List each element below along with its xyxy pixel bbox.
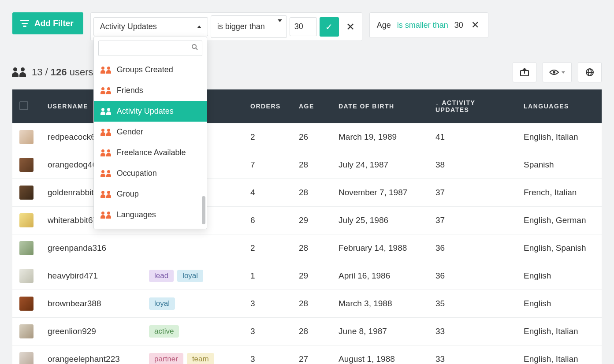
cell-age: 27 [292,345,331,364]
cell-dob: November 7, 1987 [331,179,428,207]
filter-icon [20,19,29,27]
filter-operator-dropdown[interactable]: is bigger than [211,15,287,38]
header-age[interactable]: AGE [292,89,331,123]
people-icon [101,87,111,94]
close-icon: ✕ [346,21,355,33]
tag-pill: lead [149,270,174,282]
header-checkbox[interactable] [12,89,41,123]
filter-field-dropdown[interactable]: Activity Updates [93,17,208,36]
cell-languages: English [517,290,602,318]
cell-dob: April 16, 1986 [331,262,428,290]
globe-icon [585,68,594,77]
cell-languages: English, Spanish [517,234,602,262]
cell-tags: leadloyal [142,262,243,290]
cell-orders: 1 [243,262,292,290]
cell-tags: loyal [142,290,243,318]
cell-age: 29 [292,262,331,290]
chevron-down-icon [278,19,282,31]
cell-tags [142,234,243,262]
cell-activity: 33 [428,318,517,345]
dropdown-item[interactable]: Occupation [94,163,207,184]
filter-value-input[interactable] [290,17,317,36]
count-filtered: 13 [32,67,42,78]
dropdown-item[interactable]: Gender [94,122,207,142]
tag-pill: partner [149,353,183,364]
people-icon [101,129,111,136]
cell-username: greenpanda316 [41,234,142,262]
header-activity[interactable]: ↓ACTIVITY UPDATES [428,89,517,123]
cell-dob: August 1, 1988 [331,345,428,364]
export-button[interactable] [513,62,536,82]
avatar [19,324,33,338]
cell-age: 28 [292,234,331,262]
tag-pill: active [149,325,179,338]
people-icon [101,170,111,177]
cell-activity: 41 [428,123,517,151]
svg-point-3 [553,71,555,74]
filter-field-value: Activity Updates [100,22,157,31]
dropdown-item[interactable]: Freelance Available [94,142,207,163]
table-row[interactable]: heavybird471leadloyal129April 16, 198636… [12,262,602,290]
avatar [19,130,33,144]
table-row[interactable]: brownbear388loyal328March 3, 198835Engli… [12,290,602,318]
table-row[interactable]: orangeelephant223partnerteam327August 1,… [12,345,602,364]
cell-username: orangeelephant223 [41,345,142,364]
cell-languages: English, Italian [517,123,602,151]
search-icon [191,44,198,53]
filter-cancel-button[interactable]: ✕ [342,17,359,37]
dropdown-item[interactable]: Languages [94,204,207,225]
cell-activity: 36 [428,262,517,290]
cell-age: 28 [292,179,331,207]
chip-operator: is smaller than [397,21,448,30]
table-row[interactable]: greenpanda316228February 14, 198836Engli… [12,234,602,262]
tag-pill: team [187,353,214,364]
avatar [19,241,33,255]
dropdown-scrollbar[interactable] [202,196,205,224]
dropdown-search-input[interactable] [103,45,191,52]
dropdown-item[interactable]: Activity Updates [94,101,207,122]
cell-age: 28 [292,318,331,345]
cell-activity: 35 [428,290,517,318]
avatar [19,186,33,200]
people-icon [101,67,111,74]
dropdown-item[interactable]: Group [94,184,207,204]
people-icon [101,191,111,198]
header-languages[interactable]: LANGUAGES [517,89,602,123]
cell-dob: June 8, 1987 [331,318,428,345]
cell-username: heavybird471 [41,262,142,290]
table-row[interactable]: greenlion929active328June 8, 198733Engli… [12,318,602,345]
svg-line-1 [196,48,197,50]
dropdown-item-label: Friends [117,86,143,95]
cell-languages: English, German [517,207,602,234]
cell-tags: active [142,318,243,345]
applied-filter-chip[interactable]: Age is smaller than 30 ✕ [369,12,488,38]
cell-activity: 36 [428,234,517,262]
add-filter-button[interactable]: Add Filter [12,12,83,34]
header-dob[interactable]: DATE OF BIRTH [331,89,428,123]
people-icon [101,108,111,115]
dropdown-item-label: Occupation [117,169,157,178]
cell-orders: 6 [243,207,292,234]
avatar [19,269,33,283]
header-orders[interactable]: ORDERS [243,89,292,123]
dropdown-item[interactable]: Groups Created [94,59,207,80]
globe-button[interactable] [578,62,602,82]
cell-orders: 4 [243,179,292,207]
dropdown-item[interactable]: Friends [94,80,207,101]
dropdown-item-label: Group [117,189,139,199]
filter-apply-button[interactable]: ✓ [320,17,339,37]
cell-languages: English, Italian [517,318,602,345]
cell-activity: 37 [428,179,517,207]
cell-languages: English, Italian [517,345,602,364]
visibility-button[interactable] [543,62,572,82]
chip-remove-button[interactable]: ✕ [469,19,481,31]
filter-operator-value: is bigger than [217,22,265,31]
count-sep: / [42,67,50,78]
header-activity-label: ACTIVITY UPDATES [435,99,475,113]
cell-age: 28 [292,290,331,318]
cell-age: 28 [292,151,331,179]
cell-dob: March 19, 1989 [331,123,428,151]
tag-pill: loyal [177,270,203,282]
check-icon: ✓ [325,22,333,32]
cell-activity: 33 [428,345,517,364]
